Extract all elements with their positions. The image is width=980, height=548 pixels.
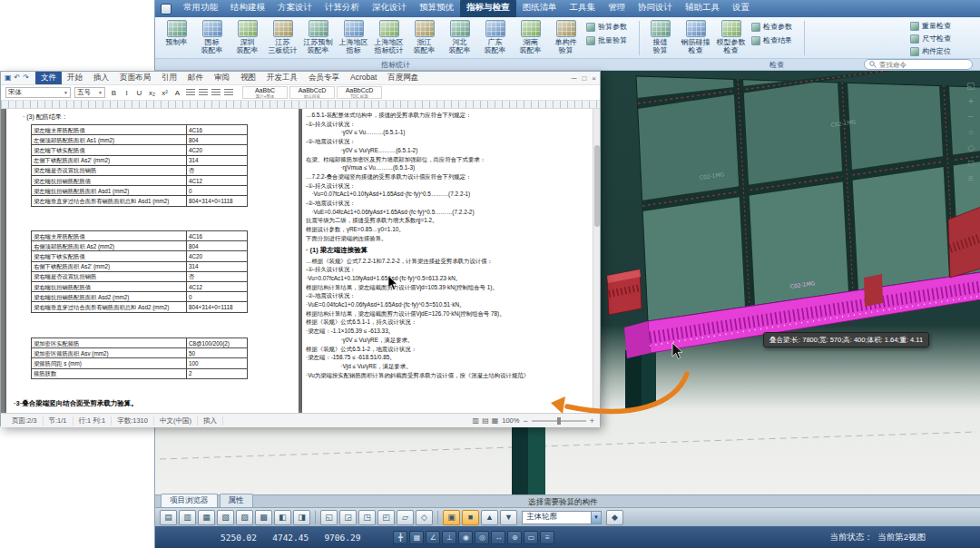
read-mode-icon[interactable]: ▥ [473,416,480,425]
align-justify-icon[interactable] [224,89,233,96]
word-tab[interactable]: 插入 [88,72,114,84]
word-tab[interactable]: 引用 [156,72,182,84]
otrack-icon[interactable]: ◎ [475,531,489,544]
zoom-level[interactable]: 100% [502,416,519,425]
orbit-icon[interactable]: ○ [968,128,974,137]
menu-icon[interactable]: ≡ [540,531,554,544]
view-front-icon[interactable]: ▥ [179,510,196,525]
ribbon-small-button[interactable]: 验算参数 [586,22,633,32]
style-chip[interactable]: AaBbCcD TOC 标题 [337,86,382,99]
outline-mode-select[interactable]: 主体轮廓 ▼ [522,511,602,524]
web-layout-icon[interactable]: ▦ [492,416,499,425]
word-tab[interactable]: 开始 [62,72,88,84]
view-menu-icon[interactable]: ≡ [968,174,974,183]
italic-button[interactable]: I [122,89,132,97]
model-space-icon[interactable]: ▭ [524,531,538,544]
superscript-button[interactable]: x² [160,89,170,97]
zoom-window-icon[interactable]: ◱ [320,510,338,525]
word-status-item[interactable]: 中文(中国) [154,416,198,426]
pan-icon[interactable]: ◇ [967,143,975,152]
save-icon[interactable]: ▣ [5,73,12,83]
view-render-icon[interactable]: ▩ [255,510,272,525]
ribbon-button[interactable]: 钢筋碰撞 检查 [678,18,713,58]
ribbon-tab[interactable]: 计算分析 [318,0,366,17]
zoom-slider[interactable] [532,420,586,422]
view-split-icon[interactable]: ◧ [274,510,291,525]
font-size-select[interactable]: 五号▼ [74,87,105,98]
column-cap-mid[interactable] [864,274,883,307]
ribbon-tab[interactable]: 工具集 [564,0,603,17]
ribbon-button[interactable]: 江苏 三板统计 [265,18,300,58]
panel-tab[interactable]: 属性 [220,494,253,507]
word-status-item[interactable]: 行:1 列:1 [74,416,113,426]
document-area[interactable]: · (3) 配筋结果： 梁左端支座筋配筋值4C16左侧顶部筋配筋面积 As1 (… [1,109,600,413]
ribbon-button[interactable]: 上海地区 指标统计 [371,18,407,58]
ortho-icon[interactable]: ⊥ [442,531,456,544]
ribbon-button[interactable]: 单构件 验算 [548,18,583,58]
ribbon-button[interactable]: 上海地区 指标 [336,18,371,58]
ribbon-button[interactable]: 湖南 装配率 [513,18,548,58]
crosshair-icon[interactable]: ╋ [393,531,407,544]
ribbon-small-button[interactable]: 重量检查 [910,21,965,31]
minimize-button[interactable]: ─ [572,74,577,83]
word-status-item[interactable]: 插入 [198,416,223,426]
bearing-cap-right[interactable] [948,207,980,278]
level-up-icon[interactable]: ▲ [481,510,498,525]
ribbon-small-button[interactable]: 尺寸检查 [910,34,965,44]
word-tab[interactable]: 视图 [235,72,261,84]
ribbon-tab[interactable]: 辅助工具 [679,0,726,17]
word-scrollbar[interactable] [593,109,600,413]
show-elements-icon[interactable]: ■ [462,510,479,525]
ribbon-small-button[interactable]: 检查结果 [751,35,799,45]
maximize-button[interactable]: □ [582,74,586,83]
ribbon-tab[interactable]: 指标与检查 [460,0,516,17]
search-input[interactable] [879,61,961,69]
ribbon-button[interactable]: 河北 装配率 [442,18,477,58]
annotate-icon[interactable]: ◇ [416,510,433,525]
ribbon-tab[interactable]: 方案设计 [271,0,318,17]
bearing-cap-left[interactable] [607,269,642,315]
ribbon-button[interactable]: 模型参数 检查 [713,18,749,58]
dyn-input-icon[interactable]: ↔ [491,531,505,544]
apply-icon[interactable]: ◆ [606,510,623,525]
ribbon-button[interactable]: 预制率 [159,18,194,58]
zoom-extents-icon[interactable]: ◲ [339,510,357,525]
underline-button[interactable]: U [134,89,144,97]
command-search[interactable] [864,59,973,70]
panel-tab[interactable]: 项目浏览器 [161,494,218,507]
ribbon-button[interactable]: 浙江 装配率 [407,18,442,58]
ribbon-small-button[interactable]: 检查参数 [751,22,799,32]
select-filter-icon[interactable]: ▣ [443,510,460,525]
lineweight-icon[interactable]: ⊕ [507,531,522,544]
word-tab[interactable]: 文件 [35,72,62,84]
word-status-item[interactable]: 字数:1310 [112,416,154,426]
undo-icon[interactable]: ↶ [15,73,21,83]
osnap-icon[interactable]: ◉ [458,531,473,544]
ribbon-tab[interactable]: 深化设计 [366,0,413,17]
word-tab[interactable]: 邮件 [182,72,209,84]
style-chip[interactable]: AaBbCcD 默认段落 [289,86,335,99]
measure-icon[interactable]: ▱ [397,510,414,525]
view-grid-icon[interactable]: ▦ [198,510,215,525]
ribbon-small-button[interactable]: 构件定位 [910,46,965,56]
ribbon-button[interactable]: 广东 装配率 [477,18,513,58]
word-tab[interactable]: 百度网盘 [382,72,424,84]
ribbon-tab[interactable]: 协同设计 [632,0,679,17]
close-button[interactable]: × [592,74,596,83]
ribbon-tab[interactable]: 常用功能 [177,0,224,17]
word-tab[interactable]: 页面布局 [114,72,156,84]
view-plan-icon[interactable]: ▤ [160,510,177,525]
font-color-button[interactable]: A [172,89,182,97]
bold-button[interactable]: B [109,89,119,97]
scrollbar-thumb[interactable] [594,145,600,227]
word-tab[interactable]: 审阅 [209,72,235,84]
align-right-icon[interactable] [211,89,220,96]
align-center-icon[interactable] [199,89,208,96]
word-status-item[interactable]: 页面:2/3 [6,416,44,426]
ribbon-tab[interactable]: 管理 [602,0,632,17]
grid-icon[interactable]: ▦ [409,531,424,544]
view-dual-icon[interactable]: ◨ [293,510,310,525]
app-logo[interactable] [161,4,172,15]
ribbon-tab[interactable]: 设置 [726,0,756,17]
ribbon-button[interactable]: 接缝 验算 [642,18,678,58]
